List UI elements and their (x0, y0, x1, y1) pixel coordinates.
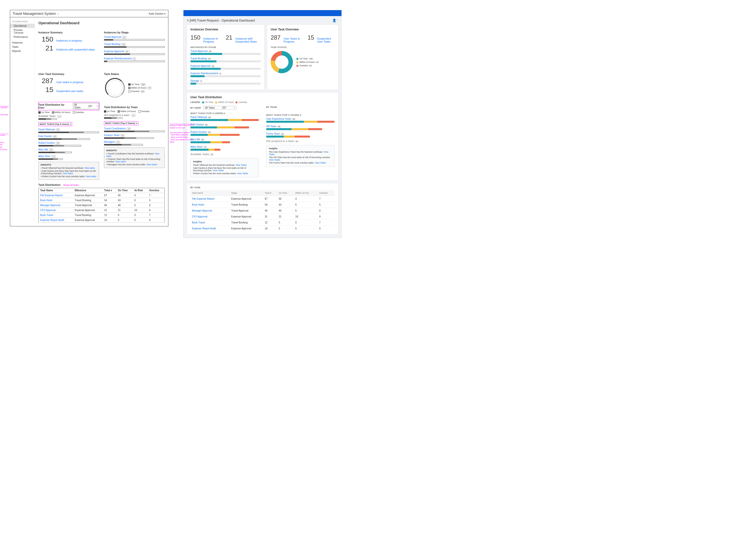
stage-row: Travel Approval22 (104, 35, 165, 41)
view-tasks-link[interactable]: View Tasks (269, 151, 328, 156)
table-row[interactable]: Book HotelTravel Booking544365 (190, 202, 335, 208)
view-tasks-link[interactable]: View tasks (84, 167, 95, 169)
table-row[interactable]: Expense Report AuditExpense Approval1055… (39, 218, 165, 223)
sidebar-item-reports[interactable]: Reports (10, 49, 35, 53)
legend-within-24: Within 24 hours (131, 87, 147, 89)
brand-bar (183, 10, 341, 16)
stage-row: Expense Approval65 (190, 64, 261, 70)
task-status-donut-chart (105, 78, 125, 98)
user-task-distribution-heading: User Task Distribution (190, 96, 335, 99)
sidebar-item-process-turnover[interactable]: Process Turnover (10, 28, 35, 35)
view-tasks-link[interactable]: View tasks (86, 175, 96, 178)
sort-users-dropdown[interactable]: MOST TASKS (TOP 5 USERS) ▾ (190, 112, 225, 115)
available-tasks-label[interactable]: Available Tasks (38, 115, 55, 118)
user-menu[interactable]: Kate Davies (149, 12, 166, 15)
dist-by-team-heading: Task Distribution by Team (104, 106, 165, 109)
unassigned-link[interactable]: Not assigned to a team (266, 140, 294, 143)
instances-suspended-link[interactable]: Instances with Suspended Steps (235, 37, 261, 43)
task-distribution-table: Task NameMilestoneTotal ▾On TimeAt RiskO… (38, 188, 165, 223)
table-row[interactable]: Manager ApprovalTravel Approval454050 (39, 203, 165, 208)
view-tasks-link[interactable]: View tasks (146, 163, 157, 166)
stage-row: Expense Reimbursement8 (190, 72, 261, 77)
view-tasks-link[interactable]: View tasks (115, 160, 126, 163)
team-row: Forms Team53 (266, 132, 335, 138)
stage-row: Expense Approval65 (104, 50, 165, 55)
user-row: Pavel Villarreal98 (38, 128, 99, 133)
view-tasks-link[interactable]: View Tasks (237, 172, 248, 175)
table-row[interactable]: CFO ApprovalExpense Approval3121100 (39, 208, 165, 213)
sidebar-item-performance[interactable]: Performance (10, 35, 35, 39)
app-title: Travel Management System (13, 12, 56, 16)
legend-on-time: On Time (131, 83, 139, 86)
table-row[interactable]: Book TravelTravel Booking12507 (39, 213, 165, 218)
sidebar-item-operational[interactable]: Operational (10, 24, 35, 28)
instances-suspended-link[interactable]: Instances with suspended steps (56, 48, 95, 51)
by-task-table: Task NameStageTotal ▾On TimeWithin 24 Hr… (190, 190, 335, 231)
suspended-user-tasks-link[interactable]: Suspended User Tasks (317, 37, 335, 43)
view-tasks-link[interactable]: View Tasks (269, 159, 280, 161)
task-filter-select[interactable]: All Tasks287 (203, 106, 236, 110)
wireframe-window: Travel Management System ☆ Kate Davies D… (10, 10, 168, 227)
mock-window: [HR] Travel Request - Operational Dashbo… (183, 10, 342, 238)
table-row[interactable]: CFO ApprovalExpense Approval3121100 (190, 214, 335, 220)
user-task-summary-heading: User Task Summary (38, 73, 99, 76)
team-row: User Experience Team98 (266, 117, 335, 123)
suspended-user-tasks-count: 15 (38, 86, 53, 94)
instances-in-progress-link[interactable]: Instances In Progress (203, 37, 218, 43)
team-row: Travel Coordinators98 (104, 127, 165, 132)
user-avatar-icon[interactable]: 👤⁺ (332, 19, 338, 22)
view-tasks-link[interactable]: View Tasks (213, 169, 224, 172)
legend-overdue: Overdue (131, 90, 140, 93)
sidebar: DASHBOARDS Operational Process Turnover … (10, 17, 35, 226)
table-row[interactable]: Book HotelTravel Booking544365 (39, 198, 165, 203)
instances-overview-heading: Instances Overview (190, 28, 261, 31)
user-tasks-in-progress-link[interactable]: User tasks in progress (56, 81, 83, 84)
table-row[interactable]: Manager ApprovalTravel Approval454050 (190, 208, 335, 214)
stage-row: Storage4 (190, 79, 261, 85)
stage-row: Travel Booking55 (190, 57, 261, 62)
task-distribution-note: Shows all tasks (63, 184, 78, 186)
dist-by-team-legend: On Time Within 24 hours Overdue (104, 110, 165, 113)
sort-teams-dropdown[interactable]: MOST TASKS (TOP 5 TEAMS) ▾ (266, 114, 301, 116)
user-task-overview-heading: User Task Overview (271, 28, 335, 31)
view-tasks-link[interactable]: View Tasks (315, 162, 326, 164)
user-row: Kate Davies60 (38, 135, 99, 140)
view-tasks-link[interactable]: View Tasks (235, 164, 247, 166)
page-title: [HR] Travel Request - Operational Dashbo… (187, 19, 255, 22)
unassigned-label[interactable]: Not assigned to a team (104, 114, 130, 117)
user-row: Robert Gordon53 (38, 141, 99, 147)
sort-teams-dropdown[interactable]: MOST TASKS (Top 5 Teams) (104, 121, 138, 125)
table-row[interactable]: File Expense ReportExpense Approval67564… (190, 196, 335, 202)
user-row: Abby Shen13 (38, 155, 99, 160)
user-insights-panel: INSIGHTS Pavel Villarreal has the heavie… (38, 162, 99, 180)
team-row: Managers53 (104, 140, 165, 146)
title-bar: Travel Management System ☆ Kate Davies (10, 10, 168, 17)
instances-in-progress-link[interactable]: Instances in progress (56, 39, 82, 42)
instances-in-progress-count: 150 (38, 35, 53, 43)
dist-by-user-heading: Task Distribution by User (38, 103, 71, 109)
view-tasks-link[interactable]: View tasks (106, 152, 159, 157)
table-row[interactable]: Expense Report AuditExpense Approval1055… (190, 226, 335, 232)
instances-by-stage-heading: Instances by Stage (104, 31, 165, 34)
annotation-select: Users can select a specific user task fr… (0, 106, 9, 116)
user-row: Robert Gordon53 (190, 130, 259, 136)
favorite-star-icon[interactable]: ☆ (57, 12, 59, 16)
user-row: Abby Shen13 (190, 145, 259, 151)
sidebar-group-label: DASHBOARDS (10, 19, 35, 24)
view-tasks-link[interactable]: View tasks (62, 172, 73, 175)
user-row: Kate Davies60 (190, 123, 259, 128)
sidebar-item-tasks[interactable]: Tasks (10, 45, 35, 49)
user-row: Pavel Villarreal98 (190, 116, 259, 121)
user-tasks-in-progress-link[interactable]: User Tasks In Progress (284, 37, 300, 43)
table-row[interactable]: File Expense ReportExpense Approval67564… (39, 193, 165, 198)
suspended-user-tasks-link[interactable]: Suspended user tasks (56, 90, 83, 93)
team-row: Finance Team60 (104, 134, 165, 139)
task-filter-select[interactable]: All Tasks287 (73, 103, 99, 109)
available-tasks-link[interactable]: Available Tasks (190, 153, 209, 156)
table-row[interactable]: Book TravelTravel Booking12507 (190, 220, 335, 226)
sidebar-item-instances[interactable]: Instances (10, 41, 35, 45)
instances-suspended-count: 21 (38, 44, 53, 52)
sort-users-dropdown[interactable]: MOST TASKS (Top 5 Users) (38, 122, 72, 126)
instance-summary-heading: Instance Summary (38, 31, 99, 34)
annotation-sort-teams: Shows 5 teams at a time based on the sor… (170, 124, 194, 143)
